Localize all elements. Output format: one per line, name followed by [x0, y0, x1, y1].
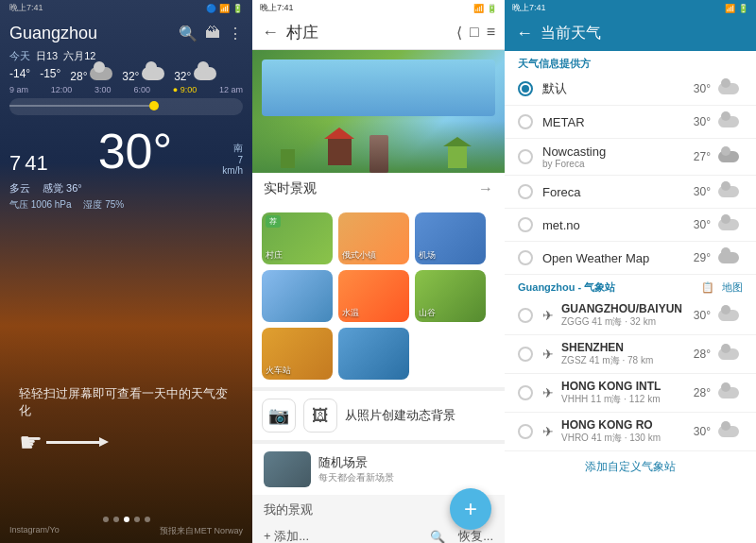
- dot-2: [113, 517, 119, 522]
- weather-desc: 多云 感觉 36°: [0, 179, 252, 197]
- panel-weather-main: 晚上7:41 🔵 📶 🔋 Guangzhou 🔍 🏔 ⋮ 今天 日13 六月12…: [0, 0, 252, 543]
- provider-row-foreca[interactable]: Foreca 30°: [505, 176, 756, 209]
- statusbar-p3: 晚上7:41 📶 🔋: [505, 0, 756, 16]
- scene-extra2[interactable]: [338, 328, 409, 380]
- main-temp-row: 7 41 30° 南 7 km/h: [0, 119, 252, 179]
- time-labels: 9 am 12:00 3:00 6:00 ● 9:00 12 am: [0, 85, 252, 94]
- dot-4: [134, 517, 140, 522]
- arrow-icon: [46, 441, 103, 444]
- station-label: Guangzhou - 气象站: [518, 280, 615, 295]
- fab-add-button[interactable]: +: [450, 488, 491, 530]
- provider-metno-temp: 30°: [694, 218, 711, 231]
- scene-village[interactable]: 荐 村庄: [262, 212, 333, 264]
- search-scenes-icon[interactable]: 🔍: [430, 530, 445, 544]
- hero-image: [252, 50, 505, 173]
- date-week: 六月12: [63, 49, 95, 63]
- status-icons-p3: 📶 🔋: [725, 4, 748, 13]
- provider-metno-label: met.no: [542, 218, 694, 232]
- station-row-hk-ro[interactable]: ✈ HONG KONG RO VHRO 41 m海 · 130 km 30°: [505, 413, 756, 451]
- back-button[interactable]: ←: [262, 23, 279, 42]
- gallery-button[interactable]: 🖼: [303, 399, 337, 433]
- radio-hk-ro[interactable]: [518, 424, 533, 439]
- timeline-line: [9, 105, 149, 107]
- scroll-hint: 轻轻扫过屏幕即可查看一天中的天气变化 ☛: [19, 385, 233, 458]
- hk-ro-sub: VHRO 41 m海 · 130 km: [561, 432, 694, 445]
- shenzhen-icon: [714, 344, 743, 365]
- provider-foreca-temp: 30°: [694, 185, 711, 198]
- date-day: 日13: [36, 49, 58, 63]
- plane-icon-hk-intl: ✈: [542, 385, 554, 400]
- scene-water[interactable]: 水温: [338, 270, 409, 322]
- scenes-grid: 荐 村庄 俄式小镇 机场 水温 山谷 火车站: [252, 205, 505, 387]
- provider-section-header: 天气信息提供方: [505, 51, 756, 73]
- realtime-arrow[interactable]: →: [478, 180, 493, 197]
- provider-row-metno[interactable]: met.no 30°: [505, 209, 756, 242]
- time-p1: 晚上7:41: [9, 2, 43, 14]
- scene-valley[interactable]: 山谷: [415, 270, 486, 322]
- provider-metar-icon: [714, 111, 743, 132]
- shenzhen-info: SHENZHEN ZGSZ 41 m海 · 78 km: [561, 341, 694, 367]
- pressure-info: 气压 1006 hPa 湿度 75%: [0, 197, 252, 212]
- timeline-bar: [9, 98, 243, 115]
- realtime-header: 实时景观 →: [252, 173, 505, 205]
- dot-3-active: [124, 517, 129, 522]
- panel1-footer: Instagram/Yo 预报来自MET Norway: [0, 517, 252, 537]
- provider-row-default[interactable]: 默认 30°: [505, 73, 756, 106]
- today-label: 今天: [9, 49, 30, 63]
- radio-nowcasting[interactable]: [518, 149, 533, 164]
- radio-shenzhen[interactable]: [518, 347, 533, 362]
- image-icon[interactable]: 🏔: [205, 25, 220, 42]
- radio-guangzhou[interactable]: [518, 308, 533, 323]
- radio-metno[interactable]: [518, 217, 533, 232]
- scene-airport[interactable]: 机场: [415, 212, 486, 264]
- p3-title: 当前天气: [541, 24, 745, 43]
- panel-current-weather: 晚上7:41 📶 🔋 ← 当前天气 天气信息提供方 默认 30° METAR 3…: [505, 0, 756, 543]
- radio-hk-intl[interactable]: [518, 385, 533, 400]
- station-row-guangzhou[interactable]: ✈ GUANGZHOU/BAIYUN ZGGG 41 m海 · 32 km 30…: [505, 297, 756, 335]
- provider-nowcasting-icon: [714, 146, 743, 167]
- provider-metar-label: METAR: [542, 115, 694, 129]
- station-row-hk-intl[interactable]: ✈ HONG KONG INTL VHHH 11 m海 · 112 km 28°: [505, 374, 756, 413]
- radio-owm[interactable]: [518, 250, 533, 265]
- provider-row-owm[interactable]: Open Weather Map 29°: [505, 242, 756, 275]
- random-thumbnail: [264, 451, 311, 487]
- radio-foreca[interactable]: [518, 184, 533, 199]
- radio-default[interactable]: [518, 81, 533, 96]
- menu-icon[interactable]: ≡: [487, 24, 495, 42]
- scene-extra1[interactable]: [262, 270, 333, 322]
- hk-ro-info: HONG KONG RO VHRO 41 m海 · 130 km: [561, 418, 694, 445]
- more-icon[interactable]: ⋮: [228, 25, 243, 42]
- provider-owm-label: Open Weather Map: [542, 251, 694, 265]
- search-icon[interactable]: 🔍: [179, 25, 198, 42]
- weather-header: Guangzhou 🔍 🏔 ⋮: [0, 16, 252, 47]
- scene-village-label: 村庄: [266, 249, 283, 262]
- hk-intl-temp: 28°: [694, 386, 711, 399]
- add-custom-station-link[interactable]: 添加自定义气象站: [505, 451, 756, 483]
- dot-1: [103, 517, 109, 522]
- random-scene: 随机场景 每天都会看新场景: [252, 444, 505, 495]
- provider-foreca-label: Foreca: [542, 185, 694, 199]
- scene-town[interactable]: 俄式小镇: [338, 212, 409, 264]
- share-icon[interactable]: ⟨: [456, 24, 462, 42]
- timeline-dot: [149, 101, 159, 110]
- bookmark-icon[interactable]: □: [470, 24, 479, 42]
- hk-intl-icon: [714, 382, 743, 403]
- restore-button[interactable]: 恢复...: [458, 528, 493, 543]
- hk-ro-icon: [714, 421, 743, 442]
- scene-station[interactable]: 火车站: [262, 328, 333, 380]
- guangzhou-icon: [714, 305, 743, 326]
- provider-metno-icon: [714, 214, 743, 235]
- station-row-shenzhen[interactable]: ✈ SHENZHEN ZGSZ 41 m海 · 78 km 28°: [505, 335, 756, 374]
- p3-back-button[interactable]: ←: [516, 24, 533, 43]
- radio-metar[interactable]: [518, 114, 533, 129]
- camera-button[interactable]: 📷: [262, 399, 296, 433]
- provider-row-nowcasting[interactable]: Nowcasting by Foreca 27°: [505, 139, 756, 176]
- provider-owm-temp: 29°: [694, 251, 711, 264]
- station-copy-icon[interactable]: 📋: [701, 280, 714, 295]
- station-map-link[interactable]: 地图: [722, 280, 743, 295]
- add-scene-button[interactable]: + 添加...: [264, 528, 309, 543]
- realtime-label: 实时景观: [264, 180, 317, 197]
- provider-row-metar[interactable]: METAR 30°: [505, 106, 756, 139]
- panel2-scroll-area[interactable]: 实时景观 → 荐 村庄 俄式小镇 机场 水温 山谷 火: [252, 173, 505, 543]
- provider-nowcasting-sub: by Foreca: [542, 159, 694, 169]
